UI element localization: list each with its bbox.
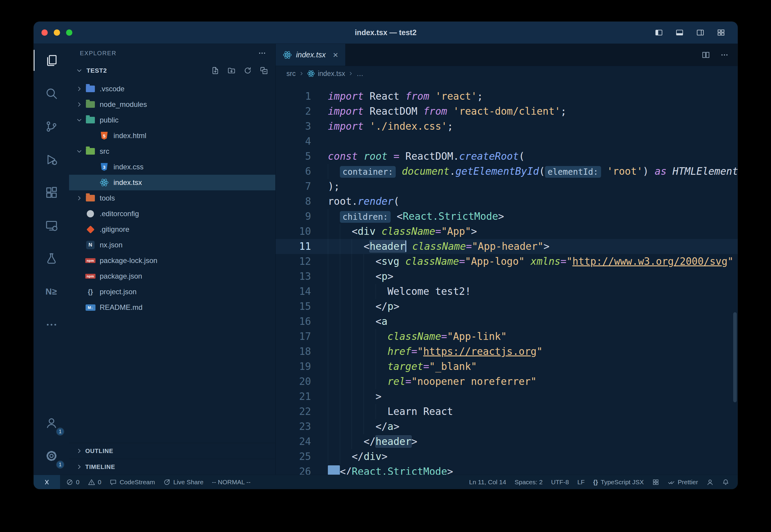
tab-index-tsx[interactable]: index.tsx × — [276, 44, 346, 66]
tree-item-package-lock.json[interactable]: npmpackage-lock.json — [69, 253, 275, 268]
status-codestream[interactable]: CodeStream — [105, 475, 159, 489]
new-file-icon[interactable] — [211, 66, 219, 75]
status-encoding[interactable]: UTF-8 — [547, 475, 573, 489]
collapse-folders-icon[interactable] — [260, 66, 268, 75]
more-actions-icon[interactable] — [720, 51, 729, 59]
tree-item-.editorconfig[interactable]: .editorconfig — [69, 206, 275, 222]
close-window-button[interactable] — [41, 29, 48, 36]
code-line-16[interactable]: 16<a — [276, 314, 738, 329]
code-line-15[interactable]: 15</p> — [276, 299, 738, 314]
code-line-22[interactable]: 22Learn React — [276, 404, 738, 419]
code-line-7[interactable]: 7); — [276, 179, 738, 194]
line-number: 24 — [276, 434, 311, 449]
activity-item-search[interactable] — [34, 77, 69, 110]
code-line-26[interactable]: 26</React.StrictMode> — [276, 464, 738, 475]
code-line-11[interactable]: 11<header className="App-header"> — [276, 239, 738, 254]
tree-item-index.tsx[interactable]: index.tsx — [69, 175, 275, 190]
zoom-window-button[interactable] — [66, 29, 72, 36]
code-line-12[interactable]: 12<svg className="App-logo" xmlns="http:… — [276, 254, 738, 269]
tree-item-nx.json[interactable]: Nnx.json — [69, 237, 275, 253]
breadcrumb-index-tsx[interactable]: index.tsx — [318, 70, 345, 78]
code-line-8[interactable]: 8root.render( — [276, 194, 738, 209]
code-line-17[interactable]: 17className="App-link" — [276, 329, 738, 344]
views-and-more-actions-icon[interactable] — [258, 49, 266, 57]
close-tab-icon[interactable]: × — [333, 50, 338, 59]
tree-item-.vscode[interactable]: .vscode — [69, 81, 275, 97]
code-token: " — [417, 346, 423, 357]
code-line-20[interactable]: 20rel="noopener noreferrer" — [276, 374, 738, 389]
new-folder-icon[interactable] — [227, 66, 236, 75]
activity-item-run-and-debug[interactable] — [34, 143, 69, 176]
code-line-4[interactable]: 4 — [276, 134, 738, 149]
refresh-explorer-icon[interactable] — [243, 66, 252, 75]
customize-layout-icon[interactable] — [716, 29, 726, 37]
toggle-secondary-sidebar-icon[interactable] — [696, 29, 705, 37]
status-cursor-position[interactable]: Ln 11, Col 14 — [465, 475, 510, 489]
code-token: = — [435, 225, 441, 237]
tree-item-public[interactable]: public — [69, 112, 275, 128]
status-live-share[interactable]: Live Share — [159, 475, 207, 489]
indent-guide — [352, 299, 364, 314]
tree-item-project.json[interactable]: {}project.json — [69, 284, 275, 300]
tree-item-.gitignore[interactable]: .gitignore — [69, 222, 275, 237]
tree-item-node_modules[interactable]: node_modules — [69, 97, 275, 112]
tree-item-tools[interactable]: tools — [69, 190, 275, 206]
indent-guide — [352, 434, 364, 449]
timeline-panel-header[interactable]: TIMELINE — [69, 459, 275, 475]
status-vim-mode[interactable]: -- NORMAL -- — [208, 475, 255, 489]
editor-scrollbar[interactable] — [733, 312, 737, 402]
activity-item-more-views[interactable] — [34, 308, 69, 341]
outline-panel-header[interactable]: OUTLINE — [69, 443, 275, 459]
breadcrumb-symbol[interactable]: … — [356, 70, 363, 78]
activity-item-nx-console[interactable]: N≥ — [34, 275, 69, 308]
nx-icon: N — [85, 240, 95, 250]
code-line-23[interactable]: 23</a> — [276, 419, 738, 434]
code-line-21[interactable]: 21> — [276, 389, 738, 404]
code-line-6[interactable]: 6container: document.getElementById(elem… — [276, 164, 738, 179]
tree-item-index.css[interactable]: 3index.css — [69, 159, 275, 175]
line-number: 21 — [276, 389, 311, 404]
status-language-mode[interactable]: {}TypeScript JSX — [589, 475, 648, 489]
code-line-1[interactable]: 1import React from 'react'; — [276, 89, 738, 104]
tree-item-src[interactable]: src — [69, 144, 275, 159]
activity-item-explorer[interactable] — [34, 44, 69, 77]
activity-item-settings[interactable]: 1 — [34, 439, 69, 472]
code-line-13[interactable]: 13<p> — [276, 269, 738, 284]
code-line-10[interactable]: 10<div className="App"> — [276, 224, 738, 239]
status-eol[interactable]: LF — [573, 475, 589, 489]
tree-item-label: public — [100, 116, 119, 124]
code-line-25[interactable]: 25</div> — [276, 449, 738, 464]
activity-item-remote-explorer[interactable] — [34, 209, 69, 242]
activity-item-testing[interactable] — [34, 242, 69, 275]
status-notifications[interactable] — [718, 475, 733, 489]
code-line-5[interactable]: 5const root = ReactDOM.createRoot( — [276, 149, 738, 164]
breadcrumb-src[interactable]: src — [286, 70, 296, 78]
activity-item-source-control[interactable] — [34, 110, 69, 143]
activity-item-extensions[interactable] — [34, 176, 69, 209]
activity-item-accounts[interactable]: 1 — [34, 406, 69, 439]
toggle-panel-icon[interactable] — [675, 29, 684, 37]
code-line-2[interactable]: 2import ReactDOM from 'react-dom/client'… — [276, 104, 738, 119]
minimize-window-button[interactable] — [54, 29, 60, 36]
code-line-18[interactable]: 18href="https://reactjs.org" — [276, 344, 738, 359]
code-line-3[interactable]: 3import './index.css'; — [276, 119, 738, 134]
split-editor-icon[interactable] — [702, 51, 710, 59]
code-line-19[interactable]: 19target="_blank" — [276, 359, 738, 374]
status-extension-status[interactable] — [648, 475, 664, 489]
explorer-section-header[interactable]: TEST2 — [69, 62, 275, 79]
code-editor[interactable]: 1import React from 'react';2import React… — [276, 81, 738, 475]
status-problems-errors[interactable]: 0 — [62, 475, 84, 489]
remote-indicator[interactable] — [34, 475, 60, 489]
tree-item-index.html[interactable]: 5index.html — [69, 128, 275, 144]
status-problems-warnings[interactable]: 0 — [84, 475, 106, 489]
tree-item-package.json[interactable]: npmpackage.json — [69, 268, 275, 284]
code-line-9[interactable]: 9children: <React.StrictMode> — [276, 209, 738, 224]
status-prettier[interactable]: Prettier — [664, 475, 702, 489]
status-indentation[interactable]: Spaces: 2 — [510, 475, 547, 489]
status-feedback[interactable] — [702, 475, 718, 489]
titlebar[interactable]: index.tsx — test2 — [34, 22, 738, 44]
code-line-24[interactable]: 24</header> — [276, 434, 738, 449]
tree-item-README.md[interactable]: M↓README.md — [69, 300, 275, 315]
toggle-primary-sidebar-icon[interactable] — [654, 29, 664, 37]
code-line-14[interactable]: 14Welcome test2! — [276, 284, 738, 299]
